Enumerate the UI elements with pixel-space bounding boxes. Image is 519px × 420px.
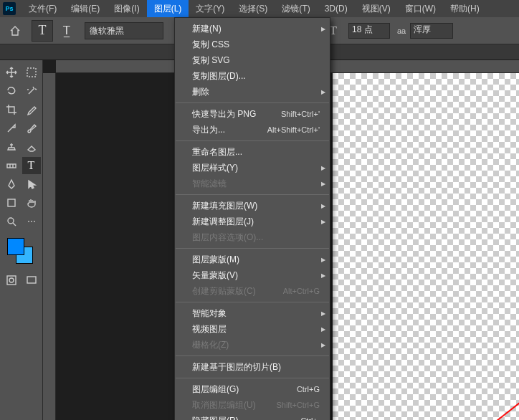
menu-help[interactable]: 帮助(H) [443,0,487,17]
menu-separator [176,248,329,249]
magic-wand-tool[interactable] [22,82,41,100]
menu-item-10[interactable]: 图层样式(Y) [175,160,330,176]
menu-file[interactable]: 文件(F) [22,0,64,17]
menu-item-label: 快速导出为 PNG [192,108,256,120]
lasso-tool[interactable] [2,82,21,100]
menu-item-label: 图层编组(G) [192,383,239,396]
svg-rect-0 [27,68,36,77]
menu-item-18[interactable]: 矢量蒙版(V) [175,267,330,283]
menu-item-label: 复制图层(D)... [192,70,246,82]
menu-item-9[interactable]: 重命名图层... [175,144,330,160]
crop-tool[interactable] [2,101,21,118]
menu-item-11: 智能滤镜 [175,176,330,191]
eyedropper-tool[interactable] [22,101,41,118]
clone-stamp-tool[interactable] [2,138,21,156]
menu-item-1[interactable]: 复制 CSS [175,37,330,52]
menu-item-29[interactable]: 隐藏图层(R)Ctrl+, [175,413,330,420]
menu-item-label: 重命名图层... [192,146,242,158]
pen-tool[interactable] [2,176,21,193]
svg-rect-2 [8,199,15,206]
menu-type[interactable]: 文字(Y) [189,0,232,17]
menu-item-2[interactable]: 复制 SVG [175,52,330,68]
home-icon[interactable] [6,22,24,40]
font-family-select[interactable]: 微软雅黑 [85,22,163,39]
menu-edit[interactable]: 编辑(E) [64,0,107,17]
menu-item-label: 图层样式(Y) [192,162,238,174]
menu-item-label: 新建填充图层(W) [192,200,257,212]
menu-item-label: 删除 [192,86,209,98]
anti-alias-label: aa [397,27,406,35]
menu-item-label: 新建基于图层的切片(B) [192,361,281,373]
healing-brush-tool[interactable] [2,120,21,137]
menu-item-label: 矢量蒙版(V) [192,269,238,282]
menu-separator [176,302,329,302]
screen-mode-icon[interactable] [22,272,41,289]
menu-separator [176,378,329,378]
menu-item-0[interactable]: 新建(N) [175,21,330,37]
svg-rect-1 [7,164,16,168]
menu-3d[interactable]: 3D(D) [318,0,355,17]
menu-item-label: 视频图层 [192,323,227,335]
menu-separator [176,194,329,195]
menu-item-6[interactable]: 快速导出为 PNGShift+Ctrl+' [175,106,330,122]
menu-select[interactable]: 选择(S) [232,0,275,17]
type-tool[interactable]: T [22,157,41,174]
menu-item-14[interactable]: 新建调整图层(J) [175,214,330,229]
menu-item-label: 图层蒙版(M) [192,254,239,266]
menu-item-21[interactable]: 智能对象 [175,305,330,321]
gradient-tool[interactable] [2,157,21,174]
menu-bar: Ps 文件(F) 编辑(E) 图像(I) 图层(L) 文字(Y) 选择(S) 滤… [0,0,519,17]
eraser-tool[interactable] [22,138,41,156]
menu-item-shortcut: Ctrl+G [297,385,320,393]
foreground-color-swatch[interactable] [7,238,24,255]
menu-item-shortcut: Shift+Ctrl+' [281,110,320,118]
menu-item-28: 取消图层编组(U)Shift+Ctrl+G [175,397,330,413]
anti-alias-select[interactable]: 浑厚 [410,23,453,39]
brush-tool[interactable] [22,120,41,137]
canvas-transparent-area[interactable] [333,73,519,420]
current-tool-icon: T [32,20,53,42]
menu-item-label: 新建调整图层(J) [192,216,254,228]
menu-item-label: 导出为... [192,124,225,136]
zoom-tool[interactable] [2,213,21,230]
menu-separator [176,355,329,356]
menu-item-25[interactable]: 新建基于图层的切片(B) [175,359,330,375]
menu-item-3[interactable]: 复制图层(D)... [175,68,330,84]
menu-item-17[interactable]: 图层蒙版(M) [175,252,330,267]
menu-item-label: 隐藏图层(R) [192,415,239,421]
app-icon: Ps [3,2,16,15]
menu-item-label: 创建剪贴蒙版(C) [192,285,256,297]
move-tool[interactable] [2,64,21,81]
menu-image[interactable]: 图像(I) [107,0,146,17]
font-size-field[interactable]: 18 点 [348,23,390,39]
svg-point-5 [9,278,14,282]
menu-item-shortcut: Shift+Ctrl+G [276,401,320,409]
menu-item-7[interactable]: 导出为...Alt+Shift+Ctrl+' [175,122,330,138]
menu-item-label: 图层内容选项(O)... [192,232,263,244]
menu-item-27[interactable]: 图层编组(G)Ctrl+G [175,381,330,397]
menu-item-label: 智能滤镜 [192,178,227,190]
hand-tool[interactable] [22,194,41,211]
marquee-tool[interactable] [22,64,41,81]
svg-rect-4 [7,276,16,285]
ruler-vertical[interactable] [43,73,56,420]
menu-item-label: 栅格化(Z) [192,339,229,351]
menu-item-label: 复制 CSS [192,39,229,51]
menu-item-4[interactable]: 删除 [175,84,330,100]
menu-item-shortcut: Ctrl+, [300,416,320,420]
menu-item-13[interactable]: 新建填充图层(W) [175,198,330,214]
shape-tool[interactable] [2,194,21,211]
menu-layer[interactable]: 图层(L) [147,0,189,17]
menu-view[interactable]: 视图(V) [355,0,398,17]
menu-filter[interactable]: 滤镜(T) [275,0,317,17]
menu-window[interactable]: 窗口(W) [398,0,443,17]
path-select-tool[interactable] [22,176,41,193]
menu-item-label: 新建(N) [192,23,222,35]
menu-item-23: 栅格化(Z) [175,337,330,353]
menu-item-22[interactable]: 视频图层 [175,321,330,337]
menu-item-label: 智能对象 [192,307,227,320]
color-swatches[interactable] [7,238,36,267]
quick-mask-icon[interactable] [2,272,21,289]
more-tools[interactable]: ⋯ [22,213,41,230]
orientation-toggle[interactable]: T̲ [56,20,77,42]
